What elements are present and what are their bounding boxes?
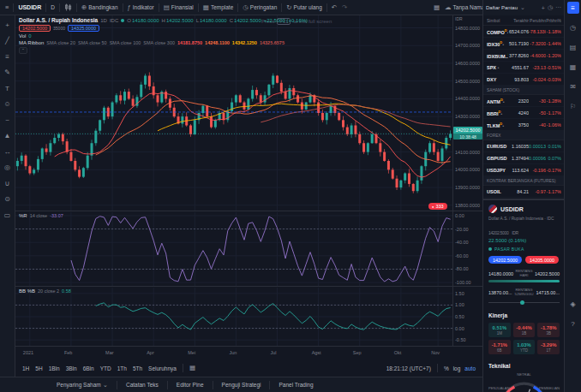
watchlist-panel-icon[interactable]: ≡ (567, 2, 579, 14)
column-header[interactable]: Simbol (487, 18, 508, 23)
watchlist-row-eurusd[interactable]: EURUSD1.160350.000130.01% (483, 140, 564, 152)
templates-button[interactable]: ▦Template (201, 2, 236, 14)
widgets-icon[interactable]: ◈ (567, 298, 579, 310)
eraser-tool[interactable]: ▭ (3, 210, 13, 220)
range-6bln[interactable]: 6Bln (83, 365, 94, 371)
brush-tool[interactable]: ✎ (3, 68, 13, 78)
tab-editor-pine[interactable]: Editor Pine (170, 377, 211, 392)
legend-interval[interactable]: 1D (100, 18, 107, 23)
perf-label: 1M (488, 331, 511, 336)
column-header[interactable]: Terakhir (508, 18, 529, 23)
percent-scale-button[interactable]: % (444, 365, 449, 371)
indicators-button[interactable]: ƒIndikator (125, 2, 157, 14)
range-1bln[interactable]: 1Bln (49, 365, 60, 371)
notifications-icon[interactable]: ⚐ (567, 100, 579, 112)
watchlist-title[interactable]: Daftar Pantau (486, 5, 518, 10)
replay-button[interactable]: ↻Putar ulang (284, 2, 325, 14)
tab-penguji-strategi[interactable]: Penguji Strategi (215, 377, 268, 392)
layout-button[interactable]: ▦ (431, 2, 442, 14)
chevron-down-icon[interactable]: ⌄ (520, 4, 525, 11)
range-seluruhnya[interactable]: Seluruhnya (148, 365, 177, 371)
alert-count-badge[interactable]: ● 333 (428, 203, 447, 210)
range-ytd[interactable]: YTD (100, 365, 111, 371)
text-tool[interactable]: T (3, 83, 13, 93)
tab-penyaring-saham[interactable]: Penyaring Saham⌄ (50, 377, 115, 392)
technical-gauge: NETRAL PENJUALAN PEMBELIAN (488, 372, 560, 392)
watchlist-row-spx[interactable]: SPX •4551.67-23.13-0.51% (483, 62, 564, 74)
trendline-tool[interactable]: ╱ (3, 36, 13, 46)
auto-scale-button[interactable]: auto (464, 365, 476, 371)
watchlist-row-antm[interactable]: ANTMD•2320-30-1.28% (483, 95, 564, 107)
column-header[interactable]: Prbhn% (546, 18, 561, 23)
pattern-tool[interactable]: ~ (3, 115, 13, 125)
watchlist-row-idxbum[interactable]: IDXBUM..D•377.8260-4.6000-1.20% (483, 50, 564, 62)
log-scale-button[interactable]: log (453, 365, 461, 371)
ma-ribbon-title[interactable]: MA Ribbon (19, 40, 44, 45)
add-symbol-button[interactable]: + (542, 5, 545, 11)
emoji-tool[interactable]: ☺ (3, 99, 13, 110)
pane-separator[interactable] (15, 211, 482, 211)
range-1th[interactable]: 1Th (117, 365, 127, 371)
watchlist-row-dxy[interactable]: DXY93.803-0.024-0.03% (483, 74, 564, 86)
wr-name[interactable]: %R (19, 213, 27, 218)
time-axis[interactable]: 2021FebMarAprMeiJunJulAgstSepOktNov (15, 346, 482, 359)
watchlist-row-tlkm[interactable]: TLKMD•3750-40-1.06% (483, 119, 564, 131)
watchlist-row-usoil[interactable]: USOIL84.21-0.97-1.17% (483, 186, 564, 198)
fib-tool[interactable]: ≡ (3, 51, 13, 62)
watchlist-row-idx30[interactable]: IDX30D•501.7190-7.3200-1.44% (483, 38, 564, 50)
undo-button[interactable]: ↶ (329, 2, 339, 14)
watchlist-more-button[interactable]: ⋯ (555, 4, 561, 11)
alerts-panel-icon[interactable]: ◷ (567, 21, 579, 33)
lock-tool[interactable]: ⊙ (3, 194, 13, 205)
bb-percent-b-pane[interactable] (15, 288, 452, 346)
change-pct-cell: -0.51% (546, 65, 561, 70)
chart-area[interactable]: 14800.000014700.000014600.000014500.0000… (15, 15, 482, 359)
range-5h[interactable]: 5H (35, 365, 42, 371)
williams-r-pane[interactable] (15, 212, 452, 286)
data-window-icon[interactable]: ▤ (567, 41, 579, 53)
watchlist-row-gbpusd[interactable]: GBPUSD1.374940.000960.07% (483, 152, 564, 164)
bbp-name[interactable]: BB %B (19, 288, 35, 294)
bid-badge[interactable]: 14202.5000 (488, 256, 522, 264)
column-header[interactable]: Perubhn (529, 18, 546, 23)
order-stop-label[interactable]: 14202.5000 (19, 25, 51, 32)
zoom-tool[interactable]: ◎ (3, 163, 13, 173)
order-limit-label[interactable]: 14325.0000 (68, 25, 99, 32)
detail-symbol[interactable]: USDIDR (500, 206, 524, 212)
menu-button[interactable]: ≡ (3, 2, 11, 14)
watchlist-row-bbri[interactable]: BBRID•4240-50-1.17% (483, 107, 564, 119)
compare-icon: ⊕ (81, 4, 87, 11)
symbol-text: COMPO (487, 29, 505, 34)
volume-legend-label[interactable]: Vol (19, 33, 26, 39)
legend-collapse-button[interactable]: ˆ (19, 47, 27, 54)
symbol-button[interactable]: USDIDR (15, 2, 44, 14)
redo-button[interactable]: ↷ (339, 2, 350, 14)
forecast-tool[interactable]: ▲ (3, 131, 13, 141)
chat-icon[interactable]: ✉ (567, 80, 579, 92)
help-icon[interactable]: ? (567, 318, 579, 330)
interval-button[interactable]: D (48, 2, 57, 14)
tab-catatan-teks[interactable]: Catatan Teks (119, 377, 165, 392)
financials-button[interactable]: ▤Finansial (161, 2, 196, 14)
range-3bln[interactable]: 3Bln (66, 365, 77, 371)
axis-currency-label[interactable]: IDR (455, 16, 463, 21)
alerts-button[interactable]: ◷Peringatan (240, 2, 279, 14)
goto-date-icon[interactable]: ▦ (189, 365, 195, 371)
range-5th[interactable]: 5Th (133, 365, 142, 371)
crosshair-tool[interactable]: + (3, 20, 13, 30)
ask-badge[interactable]: 14205.0000 (525, 256, 559, 264)
tab-panel-trading[interactable]: Panel Trading (272, 377, 320, 392)
magnet-tool[interactable]: ∪ (3, 178, 13, 188)
watchlist-clock-icon[interactable]: ◷ (548, 4, 553, 11)
measure-tool[interactable]: ↔ (3, 146, 13, 157)
legend-symbol-title[interactable]: Dollar A.S. / Rupiah Indonesia (19, 17, 98, 23)
watchlist-row-usdjpy[interactable]: USDJPY113.624-0.196-0.17% (483, 164, 564, 176)
calendar-icon[interactable]: ▦ (567, 61, 579, 73)
clock-text[interactable]: 18:21:12 (UTC+7) (386, 365, 431, 371)
chart-style-button[interactable] (62, 2, 75, 14)
watchlist-row-compo[interactable]: COMPOD•6524.076-78.1330-1.18% (483, 26, 564, 38)
range-1h[interactable]: 1H (22, 365, 29, 371)
compare-button[interactable]: ⊕Bandingkan (79, 2, 121, 14)
pane-separator[interactable] (15, 286, 482, 287)
legend-exchange[interactable]: IDC (110, 18, 118, 23)
